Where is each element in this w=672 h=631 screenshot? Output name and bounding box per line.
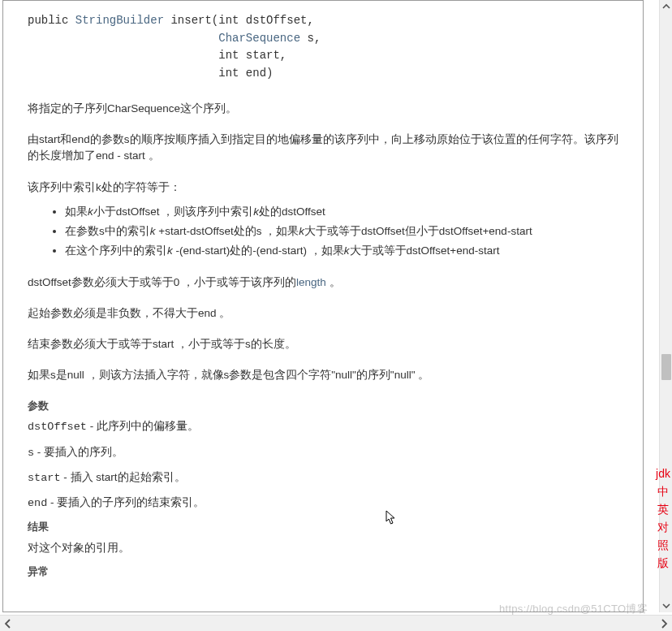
bullet-text: 在这个序列中的索引 bbox=[65, 244, 167, 257]
para-3: 该序列中索引k处的字符等于： bbox=[28, 179, 628, 196]
param-line: s - 要插入的序列。 bbox=[28, 444, 628, 461]
sig-param-type[interactable]: CharSequence bbox=[218, 32, 300, 45]
side-label[interactable]: jdk 中 英 对 照 版 bbox=[656, 465, 670, 572]
scroll-thumb[interactable] bbox=[661, 354, 671, 380]
bullet-var-k: k bbox=[344, 244, 350, 257]
side-label-char: jdk bbox=[656, 465, 670, 482]
horizontal-scrollbar[interactable] bbox=[0, 615, 672, 631]
exception-heading: 异常 bbox=[28, 564, 628, 580]
sig-line2-rest: s, bbox=[300, 32, 321, 45]
param-line: end - 要插入的子序列的结束索引。 bbox=[28, 495, 628, 512]
side-label-char: 版 bbox=[656, 554, 670, 572]
bullet-var-k: k bbox=[150, 225, 156, 237]
doc-content: public StringBuilder insert(int dstOffse… bbox=[6, 1, 628, 612]
param-name: start bbox=[28, 472, 61, 484]
bullet-text: 小于dstOffset ，则该序列中索引 bbox=[93, 205, 254, 218]
bullet-list: 如果k小于dstOffset ，则该序列中索引k处的dstOffset 在参数s… bbox=[28, 204, 628, 260]
para-2: 由start和end的参数s的顺序按顺序插入到指定目的地偏移量的该序列中，向上移… bbox=[28, 132, 628, 165]
param-line: start - 插入 start的起始索引。 bbox=[28, 469, 628, 486]
result-text: 对这个对象的引用。 bbox=[28, 540, 628, 556]
sig-return-type[interactable]: StringBuilder bbox=[75, 14, 164, 27]
chevron-right-icon bbox=[659, 619, 669, 629]
param-desc: - 插入 start的起始索引。 bbox=[61, 471, 186, 483]
param-name: s bbox=[28, 447, 34, 459]
bullet-text: 在参数s中的索引 bbox=[65, 225, 150, 237]
scroll-left-arrow[interactable] bbox=[0, 616, 16, 631]
para-text: 。 bbox=[326, 276, 341, 288]
scroll-up-arrow[interactable] bbox=[660, 0, 672, 13]
sig-line3: int start, bbox=[218, 49, 286, 62]
watermark: https://blog.csdn@51CTO博客 bbox=[499, 602, 648, 616]
bullet-text: 处的dstOffset bbox=[259, 205, 325, 218]
scroll-right-arrow[interactable] bbox=[656, 616, 672, 631]
list-item: 在这个序列中的索引k -(end-start)处的-(end-start) ，如… bbox=[65, 243, 628, 259]
para-6: 结束参数必须大于或等于start ，小于或等于s的长度。 bbox=[28, 336, 628, 352]
bullet-var-k: k bbox=[167, 244, 173, 257]
bullet-var-k: k bbox=[299, 225, 304, 237]
bullet-var-k: k bbox=[88, 205, 93, 218]
list-item: 在参数s中的索引k +start-dstOffset处的s ，如果k大于或等于d… bbox=[65, 223, 628, 240]
bullet-text: 如果 bbox=[65, 205, 88, 218]
list-item: 如果k小于dstOffset ，则该序列中索引k处的dstOffset bbox=[65, 204, 628, 220]
param-name: dstOffset bbox=[28, 421, 87, 433]
chevron-up-icon bbox=[662, 2, 670, 11]
param-line: dstOffset - 此序列中的偏移量。 bbox=[28, 418, 628, 435]
params-heading: 参数 bbox=[28, 399, 628, 414]
param-name: end bbox=[28, 497, 47, 509]
bullet-text: 大于或等于dstOffset+end-start bbox=[350, 244, 500, 257]
side-label-char: 中 bbox=[656, 482, 670, 500]
bullet-text: +start-dstOffset处的s ，如果 bbox=[156, 225, 299, 237]
chevron-down-icon bbox=[662, 602, 670, 610]
para-text: dstOffset参数必须大于或等于0 ，小于或等于该序列的 bbox=[28, 276, 296, 288]
para-7: 如果s是null ，则该方法插入字符，就像s参数是包含四个字符"null"的序列… bbox=[28, 367, 628, 383]
bullet-text: -(end-start)处的-(end-start) ，如果 bbox=[173, 244, 344, 257]
param-desc: - 要插入的序列。 bbox=[34, 446, 123, 458]
para-5: 起始参数必须是非负数，不得大于end 。 bbox=[28, 305, 628, 322]
param-desc: - 要插入的子序列的结束索引。 bbox=[47, 496, 205, 508]
length-link[interactable]: length bbox=[296, 276, 326, 288]
scroll-down-arrow[interactable] bbox=[660, 599, 672, 612]
chevron-left-icon bbox=[3, 619, 13, 629]
para-4: dstOffset参数必须大于或等于0 ，小于或等于该序列的length 。 bbox=[28, 274, 628, 291]
sig-public: public bbox=[28, 14, 75, 27]
sig-line1-rest: insert(int dstOffset, bbox=[164, 14, 314, 27]
bullet-text: 大于或等于dstOffset但小于dstOffset+end-start bbox=[304, 225, 532, 237]
side-label-char: 对 bbox=[656, 518, 670, 536]
param-desc: - 此序列中的偏移量。 bbox=[87, 420, 199, 432]
side-label-char: 英 bbox=[656, 500, 670, 518]
para-1: 将指定的子序列CharSequence这个序列。 bbox=[28, 101, 628, 117]
side-label-char: 照 bbox=[656, 536, 670, 554]
result-heading: 结果 bbox=[28, 520, 628, 535]
method-signature: public StringBuilder insert(int dstOffse… bbox=[28, 12, 628, 83]
doc-frame: public StringBuilder insert(int dstOffse… bbox=[2, 0, 644, 612]
sig-line4: int end) bbox=[218, 67, 273, 80]
